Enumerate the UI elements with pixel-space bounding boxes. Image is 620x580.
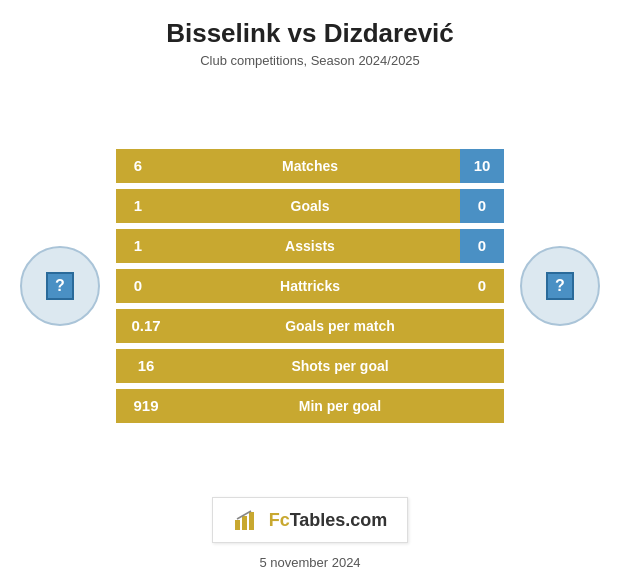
footer-date: 5 november 2024 [259, 549, 360, 580]
svg-rect-1 [242, 516, 247, 530]
subtitle: Club competitions, Season 2024/2025 [166, 53, 454, 68]
left-avatar-circle: ? [20, 246, 100, 326]
min-per-goal-value: 919 [116, 389, 176, 423]
svg-rect-2 [249, 512, 254, 530]
stat-row-shots-per-goal: 16 Shots per goal [116, 349, 504, 383]
shots-per-goal-label: Shots per goal [176, 349, 504, 383]
goals-per-match-label: Goals per match [176, 309, 504, 343]
matches-right-value: 10 [460, 149, 504, 183]
logo-box: FcTables.com [212, 497, 409, 543]
stat-row-hattricks: 0 Hattricks 0 [116, 269, 504, 303]
stat-row-goals: 1 Goals 0 [116, 189, 504, 223]
left-question-icon: ? [46, 272, 74, 300]
assists-label: Assists [160, 229, 460, 263]
stat-row-min-per-goal: 919 Min per goal [116, 389, 504, 423]
logo-fc: Fc [269, 510, 290, 530]
assists-left-value: 1 [116, 229, 160, 263]
right-question-icon: ? [546, 272, 574, 300]
assists-right-value: 0 [460, 229, 504, 263]
hattricks-label: Hattricks [160, 269, 460, 303]
stats-section: 6 Matches 10 1 Goals 0 1 Assists 0 0 Hat… [110, 149, 510, 423]
logo-section: FcTables.com [212, 487, 409, 549]
stat-row-assists: 1 Assists 0 [116, 229, 504, 263]
right-avatar-circle: ? [520, 246, 600, 326]
shots-per-goal-value: 16 [116, 349, 176, 383]
header: Bisselink vs Dizdarević Club competition… [166, 0, 454, 74]
matches-label: Matches [160, 149, 460, 183]
hattricks-left-value: 0 [116, 269, 160, 303]
stat-row-matches: 6 Matches 10 [116, 149, 504, 183]
right-player-avatar: ? [510, 246, 610, 326]
logo-chart-icon [233, 506, 261, 534]
goals-right-value: 0 [460, 189, 504, 223]
goals-left-value: 1 [116, 189, 160, 223]
hattricks-right-value: 0 [460, 269, 504, 303]
min-per-goal-label: Min per goal [176, 389, 504, 423]
stat-row-goals-per-match: 0.17 Goals per match [116, 309, 504, 343]
main-content: ? 6 Matches 10 1 Goals 0 1 Assists 0 0 H… [0, 74, 620, 487]
goals-label: Goals [160, 189, 460, 223]
logo-text: FcTables.com [269, 510, 388, 531]
left-player-avatar: ? [10, 246, 110, 326]
matches-left-value: 6 [116, 149, 160, 183]
logo-tables: Tables.com [290, 510, 388, 530]
svg-rect-0 [235, 520, 240, 530]
page-title: Bisselink vs Dizdarević [166, 18, 454, 49]
goals-per-match-value: 0.17 [116, 309, 176, 343]
